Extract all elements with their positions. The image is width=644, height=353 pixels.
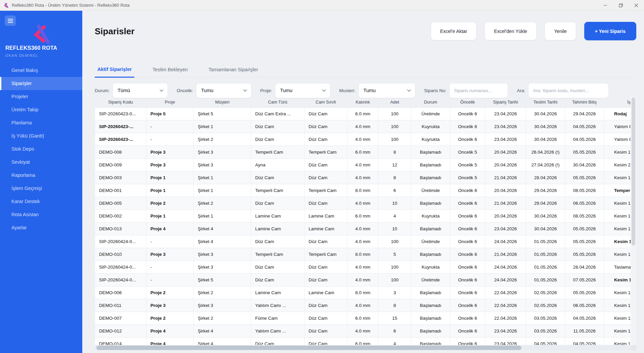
tab-tamamlanan-siparisler[interactable]: Tamamlanan Siparişler — [206, 67, 261, 77]
new-order-button[interactable]: + Yeni Siparis — [584, 22, 636, 40]
table-cell: Şirket 3 — [194, 261, 251, 273]
sidebar-item-karar-destek[interactable]: Karar Destek — [0, 195, 82, 208]
table-row[interactable]: DEMO-001Proje 1Şirket 1Temperli CamTempe… — [95, 184, 631, 197]
tab-aktif-siparisler[interactable]: Aktif Siparişler — [95, 67, 134, 78]
table-cell: Kesim 1 — [604, 248, 631, 261]
column-header[interactable]: Teslim Tarihi — [526, 97, 565, 107]
table-row[interactable]: DEMO-005Proje 2Şirket 2Düz CamDüz Cam4.0… — [95, 197, 631, 209]
column-header[interactable]: Öncelik — [450, 97, 485, 107]
table-cell: Oncelik 5 — [450, 171, 485, 184]
table-cell: Düz Cam — [251, 235, 305, 248]
refresh-button[interactable]: Yenile — [545, 22, 576, 40]
column-header[interactable]: Cam Sınıfı — [305, 97, 348, 107]
column-header[interactable]: Sipariş Kodu — [95, 97, 146, 107]
table-cell: 4.0 mm — [348, 133, 378, 146]
vertical-scrollbar[interactable] — [631, 97, 636, 345]
table-row[interactable]: SIP-20260423-0...Proje 5Şirket 5Düz Cam … — [95, 107, 631, 120]
table-cell: DEMO-001 — [95, 184, 146, 197]
table-cell: Düz Cam — [251, 337, 305, 345]
table-cell: Oncelik 6 — [450, 248, 485, 261]
sidebar-item-siparisler[interactable]: Siparişler — [0, 77, 82, 90]
column-header[interactable]: İşlem — [604, 97, 631, 107]
table-row[interactable]: SIP-20260424-0...-Şirket 3Düz CamDüz Cam… — [95, 261, 631, 273]
table-cell: SIP-20260423-0... — [95, 107, 146, 120]
table-row[interactable]: SIP-20260423-...-Şirket 2Düz CamDüz Cam4… — [95, 133, 631, 146]
table-row[interactable]: DEMO-011Proje 3Şirket 3Yalıtım Camı ...D… — [95, 299, 631, 312]
column-header[interactable]: Müşteri — [194, 97, 251, 107]
minimize-button[interactable] — [598, 0, 613, 11]
column-header[interactable]: Tahmini Bitiş — [565, 97, 604, 107]
table-row[interactable]: DEMO-012Proje 4Şirket 4Yalıtım Camı ...D… — [95, 324, 631, 337]
vertical-scrollbar-thumb[interactable] — [632, 97, 635, 245]
sidebar-item-stok-depo[interactable]: Stok Depo — [0, 143, 82, 156]
import-excel-button[interactable]: Excel'den Yükle — [485, 22, 537, 40]
table-row[interactable]: DEMO-007Proje 2Şirket 2Füme CamDüz Cam6.… — [95, 312, 631, 324]
column-header[interactable]: Durum — [411, 97, 450, 107]
table-cell: Proje 5 — [146, 107, 194, 120]
table-cell: Şirket 3 — [194, 146, 251, 158]
table-cell: Temperli Cam — [251, 248, 305, 261]
column-header[interactable]: Adet — [378, 97, 411, 107]
column-header[interactable]: Cam Türü — [251, 97, 305, 107]
table-cell: 05.05.2026 — [565, 235, 604, 248]
table-cell: 01.05.2026 — [526, 273, 565, 286]
table-row[interactable]: DEMO-006Proje 2Şirket 2Lamine CamLamine … — [95, 286, 631, 299]
chevron-down-icon — [407, 89, 411, 92]
table-row[interactable]: DEMO-010Proje 3Şirket 3Temperli CamTempe… — [95, 248, 631, 261]
table-row[interactable]: DEMO-013Proje 4Şirket 4Lamine CamLamine … — [95, 222, 631, 235]
table-cell: Üretimde — [411, 235, 450, 248]
proje-select[interactable]: Tumu — [275, 83, 330, 98]
musteri-select[interactable]: Tumu — [358, 83, 415, 98]
table-row[interactable]: DEMO-002Proje 1Şirket 1Lamine CamLamine … — [95, 209, 631, 222]
table-cell: Düz Cam — [251, 171, 305, 184]
table-row[interactable]: DEMO-014Proje 4Şirket 4Düz CamDüz Cam6.0… — [95, 337, 631, 345]
sidebar-item-is-yuku-gantt[interactable]: İş Yükü (Gantt) — [0, 129, 82, 143]
table-cell: Proje 3 — [146, 299, 194, 312]
table-row[interactable]: SIP-20260424-0...-Şirket 4Düz CamDüz Cam… — [95, 235, 631, 248]
durum-select[interactable]: Tümü — [112, 83, 168, 98]
horizontal-scrollbar[interactable] — [95, 345, 631, 350]
sidebar-item-raporlama[interactable]: Raporlama — [0, 169, 82, 182]
sidebar-item-sevkiyat[interactable]: Sevkiyat — [0, 156, 82, 169]
table-row[interactable]: DEMO-009Proje 3Şirket 3AynaDüz Cam4.0 mm… — [95, 158, 631, 171]
tab-teslim-bekleyen[interactable]: Teslim Bekleyen — [150, 67, 190, 77]
table-cell: 5 — [378, 248, 411, 261]
table-row[interactable]: SIP-20260423-...-Şirket 1Düz CamDüz Cam4… — [95, 120, 631, 133]
oncelik-select[interactable]: Tumu — [196, 83, 251, 98]
table-cell: DEMO-014 — [95, 337, 146, 345]
column-header[interactable]: Sipariş Tarihi — [485, 97, 526, 107]
table-cell: Düz Cam — [305, 158, 348, 171]
sidebar-item-projeler[interactable]: Projeler — [0, 90, 82, 103]
table-cell: Başlamadı — [411, 337, 450, 345]
sidebar-item-planlama[interactable]: Planlama — [0, 116, 82, 129]
sidebar-item-islem-gecmisi[interactable]: İşlem Geçmişi — [0, 182, 82, 195]
restore-button[interactable] — [613, 0, 629, 11]
column-header[interactable]: Kalınlık — [348, 97, 378, 107]
table-cell: Ayna — [251, 158, 305, 171]
sidebar-item-genel-bakis[interactable]: Genel Bakış — [0, 64, 82, 77]
table-cell: 20.04.2026 — [485, 158, 526, 171]
table-cell: Düz Cam — [305, 133, 348, 146]
table-cell: 23.04.2026 — [485, 222, 526, 235]
sidebar-item-rota-asistan[interactable]: Rota Asistan — [0, 208, 82, 221]
sidebar-item-ayarlar[interactable]: Ayarlar — [0, 221, 82, 234]
search-input[interactable] — [528, 83, 609, 98]
table-row[interactable]: DEMO-003Proje 1Şirket 1Düz CamDüz Cam4.0… — [95, 171, 631, 184]
siparis-no-input[interactable] — [449, 83, 508, 98]
table-cell: Proje 2 — [146, 197, 194, 209]
table-cell: Proje 3 — [146, 146, 194, 158]
horizontal-scrollbar-thumb[interactable] — [96, 346, 521, 350]
sidebar-item-uretim-takip[interactable]: Üretim Takip — [0, 103, 82, 116]
close-button[interactable] — [629, 0, 644, 11]
table-cell: 4.0 mm — [348, 171, 378, 184]
table-row[interactable]: DEMO-008Proje 3Şirket 3Temperli CamTempe… — [95, 146, 631, 158]
table-cell: Düz Cam — [305, 171, 348, 184]
export-excel-button[interactable]: Excel'e Aktar — [431, 22, 477, 40]
table-cell: Şirket 2 — [194, 133, 251, 146]
table-cell: Kuyrukta — [411, 120, 450, 133]
table-row[interactable]: SIP-20260424-0...-Şirket 5Düz CamDüz Cam… — [95, 273, 631, 286]
column-header[interactable]: Proje — [146, 97, 194, 107]
table-cell: 26.04.2026 (!) — [526, 146, 565, 158]
table-body: SIP-20260423-0...Proje 5Şirket 5Düz Cam … — [95, 107, 631, 345]
table-cell: 4.0 mm — [348, 222, 378, 235]
